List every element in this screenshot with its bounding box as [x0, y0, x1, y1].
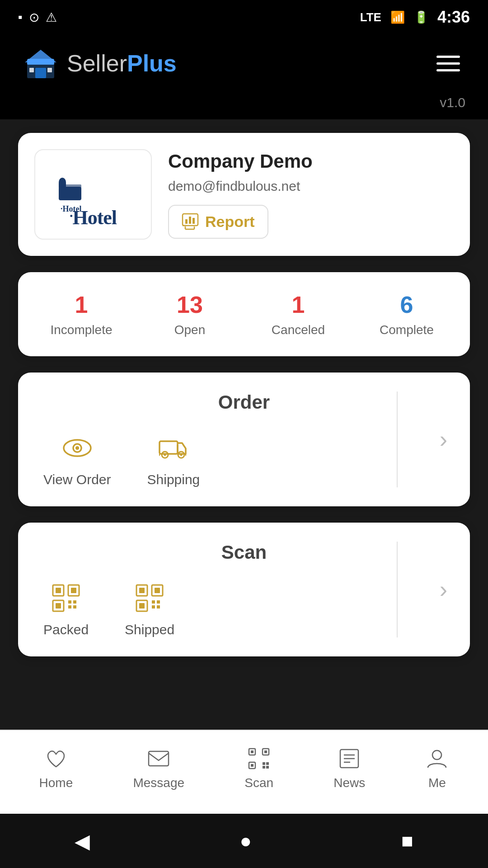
order-divider [397, 392, 398, 487]
main-content: ·Hotel .Hotel Company Demo demo@findbulo… [0, 119, 488, 831]
svg-rect-33 [71, 588, 76, 593]
order-items: View Order Shipping [34, 432, 454, 487]
app-name: SellerPlus [67, 50, 177, 77]
status-bar: ▪ ⊙ ⚠ LTE 📶 🔋 4:36 [0, 0, 488, 32]
svg-rect-17 [185, 219, 188, 224]
order-section-title: Order [34, 392, 454, 413]
view-order-label: View Order [43, 472, 111, 487]
scan-section-title: Scan [34, 542, 454, 563]
stat-complete-label: Complete [352, 323, 461, 337]
svg-rect-7 [59, 187, 81, 200]
svg-rect-6 [27, 59, 54, 63]
svg-rect-37 [73, 600, 76, 604]
news-icon [338, 747, 361, 770]
svg-rect-39 [73, 605, 76, 609]
packed-item[interactable]: Packed [43, 582, 89, 637]
eye-icon [61, 432, 93, 464]
svg-rect-31 [56, 588, 61, 593]
order-chevron-icon[interactable]: › [440, 426, 447, 453]
scan-chevron-icon[interactable]: › [440, 576, 447, 603]
app-logo: SellerPlus [23, 45, 177, 81]
recent-button[interactable]: ■ [383, 822, 432, 859]
stat-open-label: Open [136, 323, 244, 337]
stat-incomplete-label: Incomplete [27, 323, 136, 337]
stat-canceled-value: 1 [244, 291, 352, 318]
svg-rect-50 [149, 751, 169, 766]
nav-scan[interactable]: Scan [231, 741, 287, 796]
report-button[interactable]: Report [168, 205, 268, 239]
svg-rect-19 [192, 218, 195, 224]
company-card: ·Hotel .Hotel Company Demo demo@findbulo… [18, 133, 470, 256]
scan-section-header: Scan [34, 542, 454, 563]
nav-scan-label: Scan [244, 776, 273, 790]
svg-rect-36 [68, 600, 71, 604]
view-order-item[interactable]: View Order [43, 432, 111, 487]
home-heart-icon [44, 747, 68, 770]
svg-point-22 [75, 446, 79, 450]
scan-section-card: Scan › Packed [18, 523, 470, 656]
menu-button[interactable] [431, 50, 465, 77]
scan-items: Packed Shipped [34, 582, 454, 637]
company-email: demo@findbulous.net [168, 179, 454, 194]
nav-me-label: Me [428, 776, 446, 790]
lte-icon: LTE [360, 10, 381, 24]
nav-message[interactable]: Message [119, 741, 198, 796]
signal-icon: 📶 [390, 10, 405, 24]
stat-canceled[interactable]: 1 Canceled [244, 291, 352, 337]
app-name-seller: Seller [67, 50, 127, 76]
svg-rect-3 [35, 68, 46, 78]
svg-rect-58 [266, 762, 269, 765]
bottom-nav: Home Message Scan News [0, 730, 488, 814]
order-section-header: Order [34, 392, 454, 413]
company-info: Company Demo demo@findbulous.net Report [168, 151, 454, 239]
company-name: Company Demo [168, 151, 454, 172]
stat-incomplete[interactable]: 1 Incomplete [27, 291, 136, 337]
shipped-item[interactable]: Shipped [125, 582, 174, 637]
svg-rect-57 [263, 762, 265, 765]
nav-news[interactable]: News [320, 741, 379, 796]
svg-rect-47 [157, 600, 160, 604]
clock: 4:36 [437, 8, 470, 27]
svg-point-25 [164, 454, 166, 456]
svg-point-27 [180, 454, 182, 456]
svg-rect-46 [152, 600, 155, 604]
svg-rect-5 [47, 68, 52, 72]
scan-barcode-icon [247, 747, 271, 770]
svg-rect-48 [152, 605, 155, 609]
svg-rect-41 [139, 588, 145, 593]
back-button[interactable]: ◀ [56, 822, 108, 860]
nav-home[interactable]: Home [26, 741, 87, 796]
warning-icon: ⚠ [46, 10, 57, 25]
svg-rect-59 [263, 766, 265, 769]
svg-point-65 [432, 750, 441, 760]
stat-complete[interactable]: 6 Complete [352, 291, 461, 337]
message-envelope-icon [147, 747, 170, 770]
stat-open-value: 13 [136, 291, 244, 318]
svg-rect-60 [266, 766, 269, 769]
stat-open[interactable]: 13 Open [136, 291, 244, 337]
shipping-label: Shipping [147, 472, 200, 487]
home-button[interactable]: ● [221, 822, 270, 859]
hamburger-line-1 [436, 56, 460, 58]
hamburger-line-3 [436, 69, 460, 71]
hamburger-line-2 [436, 62, 460, 65]
sd-card-icon: ▪ [18, 10, 23, 24]
version-label: v1.0 [440, 95, 465, 110]
svg-rect-18 [189, 217, 191, 224]
svg-rect-4 [29, 68, 34, 72]
svg-rect-56 [251, 764, 253, 767]
report-chart-icon [182, 213, 199, 230]
app-name-plus: Plus [127, 50, 177, 76]
me-person-icon [425, 747, 449, 770]
version-bar: v1.0 [0, 95, 488, 119]
svg-rect-23 [160, 441, 178, 454]
packed-label: Packed [43, 622, 89, 637]
nav-me[interactable]: Me [412, 741, 462, 796]
status-icons: ▪ ⊙ ⚠ [18, 10, 57, 25]
svg-rect-43 [155, 588, 160, 593]
svg-rect-49 [157, 605, 160, 609]
battery-icon: 🔋 [414, 10, 428, 24]
nav-home-label: Home [39, 776, 73, 790]
svg-rect-45 [139, 603, 145, 609]
shipping-item[interactable]: Shipping [147, 432, 200, 487]
